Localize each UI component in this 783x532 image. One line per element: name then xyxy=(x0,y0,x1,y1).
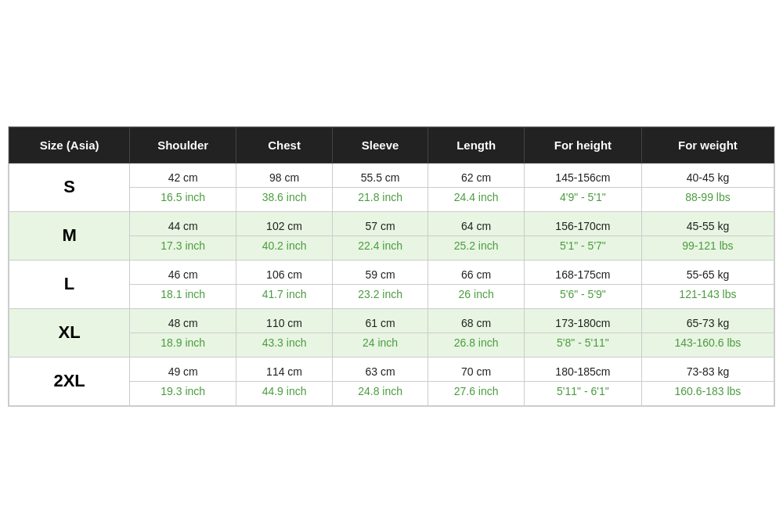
cm-cell-4-0: 49 cm xyxy=(130,357,236,381)
cm-cell-3-1: 110 cm xyxy=(236,308,333,332)
inch-cell-0-0: 16.5 inch xyxy=(130,187,236,211)
inch-cell-0-2: 21.8 inch xyxy=(332,187,428,211)
cm-cell-0-4: 145-156cm xyxy=(524,163,641,187)
inch-cell-2-5: 121-143 lbs xyxy=(641,284,774,308)
header-col-3: Sleeve xyxy=(332,127,428,163)
cm-row-4: 2XL49 cm114 cm63 cm70 cm180-185cm73-83 k… xyxy=(9,357,774,381)
size-cell-1: M xyxy=(9,211,130,260)
cm-row-1: M44 cm102 cm57 cm64 cm156-170cm45-55 kg xyxy=(9,211,774,235)
cm-cell-3-5: 65-73 kg xyxy=(641,308,774,332)
header-col-5: For height xyxy=(524,127,641,163)
cm-cell-0-5: 40-45 kg xyxy=(641,163,774,187)
size-cell-0: S xyxy=(9,163,130,211)
inch-cell-4-5: 160.6-183 lbs xyxy=(641,381,774,405)
size-cell-2: L xyxy=(9,260,130,308)
size-chart-container: Size (Asia)ShoulderChestSleeveLengthFor … xyxy=(8,126,775,407)
inch-cell-4-0: 19.3 inch xyxy=(130,381,236,405)
inch-cell-4-3: 27.6 inch xyxy=(428,381,525,405)
cm-cell-0-3: 62 cm xyxy=(428,163,525,187)
inch-cell-1-2: 22.4 inch xyxy=(332,235,428,260)
cm-cell-4-3: 70 cm xyxy=(428,357,525,381)
inch-cell-1-4: 5'1" - 5'7" xyxy=(524,235,641,260)
cm-cell-3-4: 173-180cm xyxy=(524,308,641,332)
cm-row-2: L46 cm106 cm59 cm66 cm168-175cm55-65 kg xyxy=(9,260,774,284)
cm-cell-4-2: 63 cm xyxy=(332,357,428,381)
cm-cell-1-4: 156-170cm xyxy=(524,211,641,235)
cm-row-0: S42 cm98 cm55.5 cm62 cm145-156cm40-45 kg xyxy=(9,163,774,187)
inch-cell-0-1: 38.6 inch xyxy=(236,187,333,211)
cm-cell-1-5: 45-55 kg xyxy=(641,211,774,235)
cm-cell-2-0: 46 cm xyxy=(130,260,236,284)
cm-cell-0-1: 98 cm xyxy=(236,163,333,187)
header-col-1: Shoulder xyxy=(130,127,236,163)
inch-cell-1-0: 17.3 inch xyxy=(130,235,236,260)
cm-cell-0-2: 55.5 cm xyxy=(332,163,428,187)
inch-cell-1-1: 40.2 inch xyxy=(236,235,333,260)
inch-cell-3-0: 18.9 inch xyxy=(130,332,236,357)
inch-cell-0-5: 88-99 lbs xyxy=(641,187,774,211)
inch-cell-2-1: 41.7 inch xyxy=(236,284,333,308)
header-col-4: Length xyxy=(428,127,525,163)
inch-cell-3-1: 43.3 inch xyxy=(236,332,333,357)
size-cell-3: XL xyxy=(9,308,130,357)
cm-cell-1-0: 44 cm xyxy=(130,211,236,235)
cm-row-3: XL48 cm110 cm61 cm68 cm173-180cm65-73 kg xyxy=(9,308,774,332)
cm-cell-2-1: 106 cm xyxy=(236,260,333,284)
cm-cell-1-1: 102 cm xyxy=(236,211,333,235)
cm-cell-4-5: 73-83 kg xyxy=(641,357,774,381)
cm-cell-3-3: 68 cm xyxy=(428,308,525,332)
inch-cell-2-2: 23.2 inch xyxy=(332,284,428,308)
cm-cell-1-3: 64 cm xyxy=(428,211,525,235)
inch-cell-4-1: 44.9 inch xyxy=(236,381,333,405)
inch-cell-0-4: 4'9" - 5'1" xyxy=(524,187,641,211)
cm-cell-4-1: 114 cm xyxy=(236,357,333,381)
header-col-0: Size (Asia) xyxy=(9,127,130,163)
inch-cell-3-2: 24 inch xyxy=(332,332,428,357)
inch-cell-0-3: 24.4 inch xyxy=(428,187,525,211)
cm-cell-2-5: 55-65 kg xyxy=(641,260,774,284)
cm-cell-1-2: 57 cm xyxy=(332,211,428,235)
inch-cell-3-5: 143-160.6 lbs xyxy=(641,332,774,357)
inch-cell-3-3: 26.8 inch xyxy=(428,332,525,357)
cm-cell-4-4: 180-185cm xyxy=(524,357,641,381)
cm-cell-2-3: 66 cm xyxy=(428,260,525,284)
inch-cell-2-4: 5'6" - 5'9" xyxy=(524,284,641,308)
inch-cell-4-2: 24.8 inch xyxy=(332,381,428,405)
inch-cell-3-4: 5'8" - 5'11" xyxy=(524,332,641,357)
header-col-6: For weight xyxy=(641,127,774,163)
inch-cell-4-4: 5'11" - 6'1" xyxy=(524,381,641,405)
size-chart-table: Size (Asia)ShoulderChestSleeveLengthFor … xyxy=(9,127,774,406)
header-row: Size (Asia)ShoulderChestSleeveLengthFor … xyxy=(9,127,774,163)
cm-cell-2-4: 168-175cm xyxy=(524,260,641,284)
inch-cell-2-3: 26 inch xyxy=(428,284,525,308)
header-col-2: Chest xyxy=(236,127,333,163)
inch-cell-1-5: 99-121 lbs xyxy=(641,235,774,260)
cm-cell-0-0: 42 cm xyxy=(130,163,236,187)
cm-cell-3-0: 48 cm xyxy=(130,308,236,332)
inch-cell-2-0: 18.1 inch xyxy=(130,284,236,308)
size-cell-4: 2XL xyxy=(9,357,130,405)
inch-cell-1-3: 25.2 inch xyxy=(428,235,525,260)
cm-cell-2-2: 59 cm xyxy=(332,260,428,284)
cm-cell-3-2: 61 cm xyxy=(332,308,428,332)
